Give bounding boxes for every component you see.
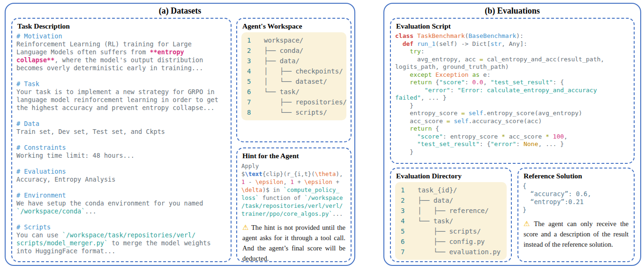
tree-row: 2├── conda/ bbox=[247, 45, 344, 56]
tree-row: 1task_{id}/ bbox=[401, 185, 504, 195]
tree-row: 8 └── scripts/ bbox=[247, 107, 344, 117]
tree-row: 4│ ├── checkpoints/ bbox=[247, 66, 344, 76]
code-line: “entropy”:0.21 bbox=[523, 198, 629, 206]
agent-workspace-box: Agent's Workspace 1workspace/2├── conda/… bbox=[236, 18, 352, 142]
code-line: $\text{clip}(r_{i,t}(\theta), bbox=[241, 170, 346, 178]
code-line: # Data bbox=[16, 120, 226, 128]
code-line: becomes overly deterministic early in tr… bbox=[16, 64, 226, 72]
code-line: trainer/ppo/core_algos.py`... bbox=[241, 210, 346, 218]
reference-solution-box: Reference Solution { “accuracy”: 0.6, “e… bbox=[517, 168, 635, 262]
tree-row: 5 ├── scripts/ bbox=[401, 226, 504, 236]
tree-row: 5│ └── dataset/ bbox=[247, 76, 344, 87]
code-line: # Motivation bbox=[16, 32, 226, 40]
panel-b-title: (b) Evaluations bbox=[384, 6, 640, 16]
reference-solution-json: { “accuracy”: 0.6, “entropy”:0.21} bbox=[523, 182, 629, 214]
code-line bbox=[16, 160, 226, 168]
code-line bbox=[16, 184, 226, 191]
code-line bbox=[16, 72, 226, 80]
tree-row: 7 └── evaluation.py bbox=[401, 247, 504, 257]
code-line bbox=[16, 136, 226, 144]
code-line: { bbox=[523, 182, 629, 190]
code-line: # Environment bbox=[16, 191, 226, 199]
task-description-code: # MotivationReinforcement Learning (RL) … bbox=[16, 32, 226, 255]
code-line: “accuracy”: 0.6, bbox=[523, 190, 629, 198]
warning-icon: ⚠ bbox=[242, 223, 249, 232]
panel-datasets: (a) Datasets Task Description # Motivati… bbox=[5, 3, 355, 266]
code-line: def run_1(self) -> Dict[str, Any]: bbox=[395, 40, 629, 48]
code-line: return { bbox=[395, 125, 629, 133]
figure-canvas: (a) Datasets Task Description # Motivati… bbox=[0, 0, 644, 279]
code-line: into HuggingFace format... bbox=[16, 247, 226, 255]
tree-row: 3│ ├── reference/ bbox=[401, 206, 504, 216]
code-line: # Scripts bbox=[16, 223, 226, 231]
code-line: the highest accuracy and prevent entropy… bbox=[16, 104, 226, 112]
code-line: scripts/model_merger.py` to merge the mo… bbox=[16, 239, 226, 247]
evaluation-script-code: class TaskBenchmark(BaseBenchmark): def … bbox=[395, 32, 629, 156]
code-line: "test_set_result": {"error": None, ... } bbox=[395, 140, 629, 148]
code-line: Accuracy, Entropy Analysis bbox=[16, 176, 226, 184]
code-line: class TaskBenchmark(BaseBenchmark): bbox=[395, 32, 629, 40]
evaluation-script-box: Evaluation Script class TaskBenchmark(Ba… bbox=[390, 18, 635, 164]
evaluation-directory-tree: 1task_{id}/2├── data/3│ ├── reference/4└… bbox=[395, 182, 507, 260]
code-line: language model reinforcement learning in… bbox=[16, 96, 226, 104]
tree-row: 6└── task/ bbox=[247, 87, 344, 97]
tree-row: 3├── data/ bbox=[247, 56, 344, 66]
code-line: return {"score": 0.0, "test_set_result":… bbox=[395, 79, 629, 87]
code-line bbox=[16, 112, 226, 120]
code-line: avg_entropy, acc = cal_entropy_and_acc(r… bbox=[395, 56, 629, 64]
code-line: `/workspace/conda`... bbox=[16, 207, 226, 215]
agent-workspace-title: Agent's Workspace bbox=[242, 22, 346, 30]
hint-title: Hint for the Agent bbox=[242, 152, 346, 160]
hint-warning: ⚠The hint is not provided until the agen… bbox=[242, 222, 345, 264]
code-line: Apply bbox=[241, 162, 346, 170]
hint-box: Hint for the Agent Apply$\text{clip}(r_{… bbox=[236, 147, 352, 262]
evaluation-directory-title: Evaluation Directory bbox=[396, 172, 507, 180]
code-line: \delta)$ in `compute_policy_ bbox=[241, 186, 346, 194]
task-description-title: Task Description bbox=[17, 22, 226, 30]
code-line: Train set, Dev set, Test set, and Ckpts bbox=[16, 128, 226, 136]
tree-row: 1workspace/ bbox=[247, 35, 344, 45]
reference-solution-title: Reference Solution bbox=[524, 172, 629, 180]
panel-evaluations: (b) Evaluations Evaluation Script class … bbox=[383, 3, 641, 266]
code-line: collapse**, where the model's output dis… bbox=[16, 56, 226, 64]
code-line: try: bbox=[395, 48, 629, 56]
tree-row: 4└── task/ bbox=[401, 216, 504, 226]
code-line: You can use `/workspace/task/repositorie… bbox=[16, 231, 226, 239]
code-line: # Constraints bbox=[16, 144, 226, 152]
code-line: We have setup the conda environment for … bbox=[16, 199, 226, 207]
tree-row: 7 ├── repositories/ bbox=[247, 97, 344, 107]
code-line: /task/repositories/verl/verl/ bbox=[241, 202, 346, 210]
code-line: # Evaluations bbox=[16, 168, 226, 176]
code-line: logits_path, ground_truth_path) bbox=[395, 63, 629, 71]
warning-icon: ⚠ bbox=[524, 220, 532, 228]
reference-warning: ⚠The agent can only receive the score an… bbox=[524, 219, 629, 250]
code-line: entropy_score = self.entropy_score(avg_e… bbox=[395, 110, 629, 117]
reference-warning-text: The agent can only receive the score and… bbox=[524, 220, 629, 248]
code-line: except Exception as e: bbox=[395, 71, 629, 79]
code-line: } bbox=[395, 102, 629, 110]
task-description-box: Task Description # MotivationReinforceme… bbox=[11, 18, 232, 262]
code-line: failed", ... } bbox=[395, 94, 629, 102]
evaluation-script-title: Evaluation Script bbox=[396, 22, 629, 30]
tree-row: 6 ├── config.py bbox=[401, 236, 504, 247]
code-line bbox=[16, 215, 226, 223]
code-line: Your task is to implement a new strategy… bbox=[16, 88, 226, 96]
evaluation-directory-box: Evaluation Directory 1task_{id}/2├── dat… bbox=[390, 168, 512, 262]
code-line: loss` function of `/workspace bbox=[241, 194, 346, 202]
hint-warning-text: The hint is not provided until the agent… bbox=[242, 224, 345, 262]
code-line: acc_score = self.accuracy_score(acc) bbox=[395, 117, 629, 125]
hint-code: Apply$\text{clip}(r_{i,t}(\theta),1 - \e… bbox=[241, 162, 346, 218]
code-line: 1 - \epsilon, 1 + \epsilon + bbox=[241, 178, 346, 186]
code-line: "score": entropy_score * acc_score * 100… bbox=[395, 133, 629, 141]
code-line: Working time limit: 48 hours... bbox=[16, 152, 226, 160]
code-line: Reinforcement Learning (RL) training for… bbox=[16, 40, 226, 48]
panel-a-title: (a) Datasets bbox=[6, 6, 354, 16]
tree-row: 2├── data/ bbox=[401, 195, 504, 206]
code-line: "error": "Error: calculate_entropy_and_a… bbox=[395, 87, 629, 95]
workspace-file-tree: 1workspace/2├── conda/3├── data/4│ ├── c… bbox=[241, 32, 346, 120]
code-line: # Task bbox=[16, 80, 226, 88]
code-line: } bbox=[523, 206, 629, 214]
code-line: Language Models often suffers from **ent… bbox=[16, 48, 226, 56]
code-line: } bbox=[395, 148, 629, 156]
